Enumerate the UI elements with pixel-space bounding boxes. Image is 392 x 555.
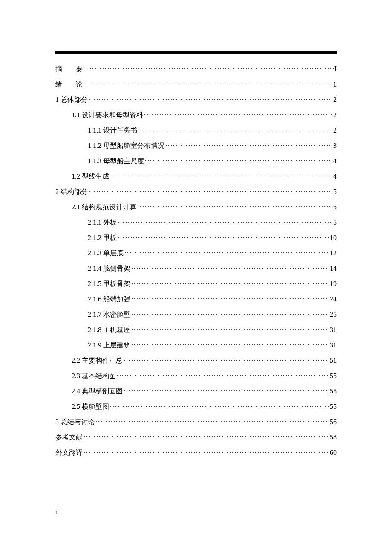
toc-leader: [110, 169, 332, 184]
toc-entry: 2.2 主要构件汇总51: [55, 353, 337, 368]
toc-page-number: 56: [330, 414, 337, 430]
toc-label: 2.1.2 甲板: [88, 230, 117, 246]
toc-leader: [84, 445, 329, 460]
toc-page-number: 31: [330, 338, 337, 353]
toc-label: 1.1.2 母型船舱室分布情况: [88, 138, 164, 153]
toc-label: 2.2 主要构件汇总: [72, 353, 123, 368]
toc-entry: 1.1.1 设计任务书2: [55, 123, 337, 138]
toc-entry: 2.1.9 上层建筑31: [55, 338, 337, 353]
toc-entry: 2.1 结构规范设计计算5: [55, 199, 337, 215]
toc-label: 2.4 典型横剖面图: [72, 384, 123, 399]
toc-page-number: 5: [333, 199, 337, 215]
toc-label: 2.1.5 甲板骨架: [88, 276, 130, 292]
toc-label: 1.1 设计要求和母型资料: [72, 107, 143, 123]
toc-page-number: 2: [333, 123, 337, 138]
toc-label: 摘 要: [55, 61, 89, 77]
toc-page-number: 31: [330, 322, 337, 338]
toc-entry: 2.1.8 主机基座31: [55, 322, 337, 338]
toc-leader: [110, 399, 329, 414]
toc-leader: [84, 430, 329, 445]
toc-leader: [124, 353, 329, 368]
toc-leader: [124, 246, 329, 261]
toc-page-number: 55: [330, 399, 337, 414]
toc-page-number: 2: [333, 92, 337, 107]
toc-leader: [89, 184, 332, 199]
toc-page-number: 3: [333, 138, 337, 153]
toc-page-number: 58: [330, 430, 337, 445]
toc-page-number: 25: [330, 307, 337, 322]
toc-label: 1 总体部分: [55, 92, 88, 107]
toc-entry: 2.1.1 外板5: [55, 215, 337, 230]
toc-page-number: 51: [330, 353, 337, 368]
toc-entry: 2 结构部分5: [55, 184, 337, 199]
toc-leader: [124, 384, 329, 399]
toc-page-number: 5: [333, 215, 337, 230]
toc-entry: 1 总体部分2: [55, 92, 337, 107]
toc-label: 绪 论: [55, 77, 89, 92]
toc-entry: 2.1.2 甲板10: [55, 230, 337, 246]
toc-page-number: 12: [330, 246, 337, 261]
toc-label: 2.1.1 外板: [88, 215, 117, 230]
toc-entry: 3 总结与讨论56: [55, 414, 337, 430]
toc-label: 2 结构部分: [55, 184, 88, 199]
toc-leader: [118, 230, 329, 246]
toc-leader: [89, 92, 332, 107]
toc-label: 参考文献: [55, 430, 83, 445]
toc-entry: 1.1 设计要求和母型资料2: [55, 107, 337, 123]
toc-leader: [131, 307, 329, 322]
toc-page-number: 10: [330, 230, 337, 246]
toc-entry: 摘 要I: [55, 61, 337, 77]
toc-leader: [144, 107, 332, 123]
toc-page-number: 19: [330, 276, 337, 292]
toc-leader: [118, 215, 332, 230]
toc-label: 2.1.7 水密舱壁: [88, 307, 130, 322]
toc-page-number: I: [334, 61, 337, 77]
toc-leader: [131, 322, 329, 338]
toc-label: 2.3 基本结构图: [72, 368, 116, 384]
toc-entry: 2.1.3 单层底12: [55, 246, 337, 261]
toc-entry: 外文翻译60: [55, 445, 337, 460]
toc-entry: 绪 论1: [55, 77, 337, 92]
header-rule: [55, 51, 337, 54]
page-container: 摘 要I绪 论11 总体部分21.1 设计要求和母型资料21.1.1 设计任务书…: [0, 0, 392, 460]
toc-page-number: 2: [333, 107, 337, 123]
toc-page-number: 1: [333, 77, 337, 92]
toc-label: 1.1.3 母型船主尺度: [88, 153, 144, 169]
toc-entry: 2.5 横舱壁图55: [55, 399, 337, 414]
toc-page-number: 4: [333, 169, 337, 184]
toc-leader: [131, 338, 329, 353]
table-of-contents: 摘 要I绪 论11 总体部分21.1 设计要求和母型资料21.1.1 设计任务书…: [55, 61, 337, 460]
toc-entry: 2.3 基本结构图55: [55, 368, 337, 384]
toc-entry: 1.2 型线生成4: [55, 169, 337, 184]
toc-label: 2.1 结构规范设计计算: [72, 199, 136, 215]
toc-entry: 参考文献58: [55, 430, 337, 445]
toc-leader: [89, 61, 334, 77]
toc-label: 2.1.8 主机基座: [88, 322, 130, 338]
toc-page-number: 60: [330, 445, 337, 460]
toc-leader: [131, 276, 329, 292]
toc-leader: [89, 77, 332, 92]
toc-page-number: 5: [333, 184, 337, 199]
toc-entry: 1.1.3 母型船主尺度4: [55, 153, 337, 169]
toc-leader: [95, 414, 329, 430]
page-number: 1: [55, 509, 58, 516]
toc-label: 1.1.1 设计任务书: [88, 123, 137, 138]
toc-label: 2.1.6 船端加强: [88, 292, 130, 307]
toc-label: 3 总结与讨论: [55, 414, 95, 430]
toc-label: 2.1.9 上层建筑: [88, 338, 130, 353]
toc-entry: 2.1.5 甲板骨架19: [55, 276, 337, 292]
toc-leader: [131, 261, 329, 276]
toc-leader: [145, 153, 332, 169]
toc-page-number: 24: [330, 292, 337, 307]
toc-entry: 2.1.6 船端加强24: [55, 292, 337, 307]
toc-leader: [131, 292, 329, 307]
toc-page-number: 14: [330, 261, 337, 276]
toc-leader: [138, 123, 332, 138]
toc-label: 2.1.4 舷侧骨架: [88, 261, 130, 276]
toc-leader: [165, 138, 332, 153]
toc-entry: 2.1.7 水密舱壁25: [55, 307, 337, 322]
toc-page-number: 55: [330, 384, 337, 399]
toc-entry: 2.4 典型横剖面图55: [55, 384, 337, 399]
toc-label: 1.2 型线生成: [72, 169, 109, 184]
toc-label: 外文翻译: [55, 445, 83, 460]
